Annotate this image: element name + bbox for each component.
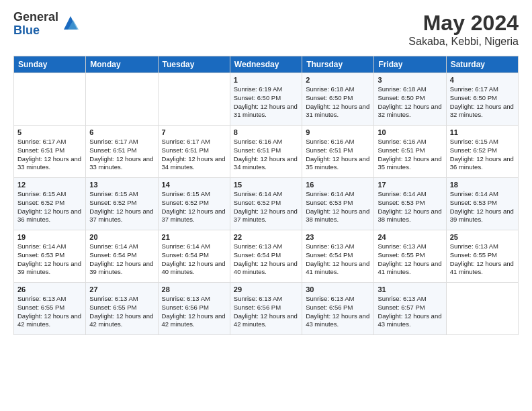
calendar-cell: 22Sunrise: 6:13 AM Sunset: 6:54 PM Dayli… xyxy=(230,230,302,283)
day-number: 19 xyxy=(17,233,82,241)
day-info: Sunrise: 6:13 AM Sunset: 6:55 PM Dayligh… xyxy=(17,295,82,329)
calendar-week-3: 12Sunrise: 6:15 AM Sunset: 6:52 PM Dayli… xyxy=(14,178,519,230)
day-info: Sunrise: 6:16 AM Sunset: 6:51 PM Dayligh… xyxy=(234,138,298,172)
calendar-cell: 10Sunrise: 6:16 AM Sunset: 6:51 PM Dayli… xyxy=(374,126,446,178)
day-number: 24 xyxy=(378,233,442,241)
calendar-cell: 13Sunrise: 6:15 AM Sunset: 6:52 PM Dayli… xyxy=(86,178,158,230)
day-info: Sunrise: 6:14 AM Sunset: 6:53 PM Dayligh… xyxy=(306,190,370,224)
day-number: 9 xyxy=(306,128,370,136)
calendar-week-4: 19Sunrise: 6:14 AM Sunset: 6:53 PM Dayli… xyxy=(14,230,519,283)
col-thursday: Thursday xyxy=(302,56,374,73)
day-number: 15 xyxy=(234,181,298,189)
day-info: Sunrise: 6:13 AM Sunset: 6:55 PM Dayligh… xyxy=(378,242,442,277)
day-number: 3 xyxy=(378,76,442,84)
day-info: Sunrise: 6:15 AM Sunset: 6:52 PM Dayligh… xyxy=(162,190,226,224)
header-row: Sunday Monday Tuesday Wednesday Thursday… xyxy=(14,56,519,73)
calendar-cell: 2Sunrise: 6:18 AM Sunset: 6:50 PM Daylig… xyxy=(302,73,374,126)
day-number: 28 xyxy=(162,285,226,293)
day-info: Sunrise: 6:17 AM Sunset: 6:51 PM Dayligh… xyxy=(162,138,226,172)
day-number: 11 xyxy=(450,128,515,136)
day-number: 23 xyxy=(306,233,370,241)
day-info: Sunrise: 6:14 AM Sunset: 6:54 PM Dayligh… xyxy=(89,242,154,277)
calendar-cell: 15Sunrise: 6:14 AM Sunset: 6:52 PM Dayli… xyxy=(230,178,302,230)
day-info: Sunrise: 6:18 AM Sunset: 6:50 PM Dayligh… xyxy=(306,85,370,120)
day-info: Sunrise: 6:15 AM Sunset: 6:52 PM Dayligh… xyxy=(450,138,515,172)
day-number: 31 xyxy=(378,285,442,293)
calendar-cell: 9Sunrise: 6:16 AM Sunset: 6:51 PM Daylig… xyxy=(302,126,374,178)
calendar-cell: 28Sunrise: 6:13 AM Sunset: 6:56 PM Dayli… xyxy=(158,283,230,335)
calendar-cell: 25Sunrise: 6:13 AM Sunset: 6:55 PM Dayli… xyxy=(446,230,518,283)
calendar-cell: 7Sunrise: 6:17 AM Sunset: 6:51 PM Daylig… xyxy=(158,126,230,178)
day-info: Sunrise: 6:16 AM Sunset: 6:51 PM Dayligh… xyxy=(306,138,370,172)
calendar-cell: 17Sunrise: 6:14 AM Sunset: 6:53 PM Dayli… xyxy=(374,178,446,230)
day-number: 17 xyxy=(378,181,442,189)
day-info: Sunrise: 6:19 AM Sunset: 6:50 PM Dayligh… xyxy=(234,85,298,120)
day-info: Sunrise: 6:15 AM Sunset: 6:52 PM Dayligh… xyxy=(17,190,82,224)
day-number: 18 xyxy=(450,181,515,189)
calendar-cell: 24Sunrise: 6:13 AM Sunset: 6:55 PM Dayli… xyxy=(374,230,446,283)
title-block: May 2024 Sakaba, Kebbi, Nigeria xyxy=(408,11,519,48)
subtitle: Sakaba, Kebbi, Nigeria xyxy=(408,36,519,48)
day-number: 26 xyxy=(17,285,82,293)
calendar-table: Sunday Monday Tuesday Wednesday Thursday… xyxy=(13,56,519,335)
calendar-cell: 21Sunrise: 6:14 AM Sunset: 6:54 PM Dayli… xyxy=(158,230,230,283)
day-number: 2 xyxy=(306,76,370,84)
day-number: 30 xyxy=(306,285,370,293)
day-info: Sunrise: 6:17 AM Sunset: 6:51 PM Dayligh… xyxy=(17,138,82,172)
calendar-cell: 4Sunrise: 6:17 AM Sunset: 6:50 PM Daylig… xyxy=(446,73,518,126)
day-info: Sunrise: 6:13 AM Sunset: 6:57 PM Dayligh… xyxy=(378,295,442,329)
day-number: 1 xyxy=(234,76,298,84)
calendar-cell xyxy=(14,73,86,126)
day-info: Sunrise: 6:17 AM Sunset: 6:50 PM Dayligh… xyxy=(450,85,515,120)
day-number: 20 xyxy=(89,233,154,241)
calendar-cell: 6Sunrise: 6:17 AM Sunset: 6:51 PM Daylig… xyxy=(86,126,158,178)
calendar-cell: 23Sunrise: 6:13 AM Sunset: 6:54 PM Dayli… xyxy=(302,230,374,283)
col-saturday: Saturday xyxy=(446,56,518,73)
calendar-cell: 18Sunrise: 6:14 AM Sunset: 6:53 PM Dayli… xyxy=(446,178,518,230)
day-info: Sunrise: 6:15 AM Sunset: 6:52 PM Dayligh… xyxy=(89,190,154,224)
logo: General Blue xyxy=(13,11,80,38)
day-number: 16 xyxy=(306,181,370,189)
col-monday: Monday xyxy=(86,56,158,73)
day-number: 8 xyxy=(234,128,298,136)
day-number: 10 xyxy=(378,128,442,136)
calendar-cell: 5Sunrise: 6:17 AM Sunset: 6:51 PM Daylig… xyxy=(14,126,86,178)
calendar-cell: 20Sunrise: 6:14 AM Sunset: 6:54 PM Dayli… xyxy=(86,230,158,283)
day-info: Sunrise: 6:13 AM Sunset: 6:55 PM Dayligh… xyxy=(89,295,154,329)
day-info: Sunrise: 6:13 AM Sunset: 6:54 PM Dayligh… xyxy=(306,242,370,277)
calendar-cell: 29Sunrise: 6:13 AM Sunset: 6:56 PM Dayli… xyxy=(230,283,302,335)
day-number: 7 xyxy=(162,128,226,136)
day-number: 27 xyxy=(89,285,154,293)
day-info: Sunrise: 6:16 AM Sunset: 6:51 PM Dayligh… xyxy=(378,138,442,172)
calendar-week-1: 1Sunrise: 6:19 AM Sunset: 6:50 PM Daylig… xyxy=(14,73,519,126)
day-info: Sunrise: 6:13 AM Sunset: 6:56 PM Dayligh… xyxy=(234,295,298,329)
logo-icon xyxy=(61,13,80,32)
main-title: May 2024 xyxy=(408,11,519,36)
day-number: 4 xyxy=(450,76,515,84)
calendar-cell: 30Sunrise: 6:13 AM Sunset: 6:56 PM Dayli… xyxy=(302,283,374,335)
day-number: 13 xyxy=(89,181,154,189)
day-number: 14 xyxy=(162,181,226,189)
calendar-cell: 26Sunrise: 6:13 AM Sunset: 6:55 PM Dayli… xyxy=(14,283,86,335)
day-number: 22 xyxy=(234,233,298,241)
calendar-cell: 16Sunrise: 6:14 AM Sunset: 6:53 PM Dayli… xyxy=(302,178,374,230)
day-info: Sunrise: 6:14 AM Sunset: 6:54 PM Dayligh… xyxy=(162,242,226,277)
day-number: 6 xyxy=(89,128,154,136)
day-number: 12 xyxy=(17,181,82,189)
page: General Blue May 2024 Sakaba, Kebbi, Nig… xyxy=(0,0,532,411)
logo-text: General Blue xyxy=(13,11,58,38)
col-wednesday: Wednesday xyxy=(230,56,302,73)
logo-general: General xyxy=(13,11,58,24)
calendar-cell: 1Sunrise: 6:19 AM Sunset: 6:50 PM Daylig… xyxy=(230,73,302,126)
col-sunday: Sunday xyxy=(14,56,86,73)
header: General Blue May 2024 Sakaba, Kebbi, Nig… xyxy=(13,11,519,48)
day-number: 21 xyxy=(162,233,226,241)
col-tuesday: Tuesday xyxy=(158,56,230,73)
col-friday: Friday xyxy=(374,56,446,73)
calendar-cell: 12Sunrise: 6:15 AM Sunset: 6:52 PM Dayli… xyxy=(14,178,86,230)
day-number: 29 xyxy=(234,285,298,293)
day-info: Sunrise: 6:14 AM Sunset: 6:52 PM Dayligh… xyxy=(234,190,298,224)
calendar-cell: 31Sunrise: 6:13 AM Sunset: 6:57 PM Dayli… xyxy=(374,283,446,335)
day-info: Sunrise: 6:18 AM Sunset: 6:50 PM Dayligh… xyxy=(378,85,442,120)
day-info: Sunrise: 6:13 AM Sunset: 6:56 PM Dayligh… xyxy=(306,295,370,329)
